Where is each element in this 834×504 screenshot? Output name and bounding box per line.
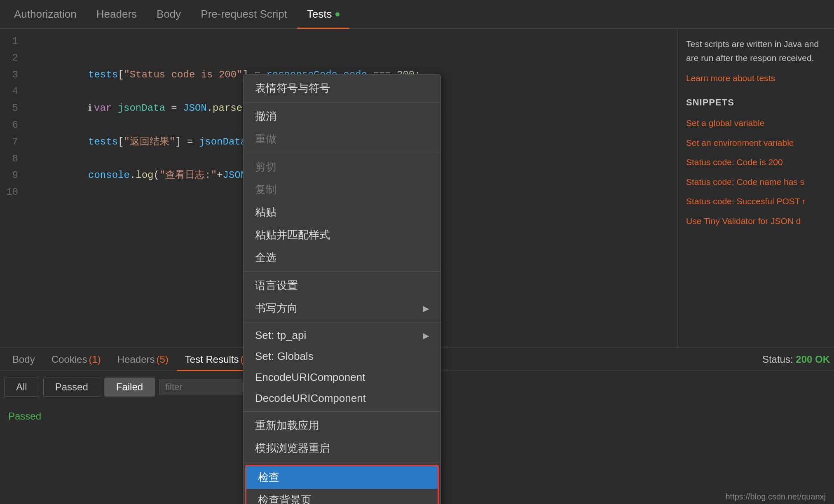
menu-item-select-all[interactable]: 全选 — [244, 246, 440, 269]
menu-item-set-tp-api[interactable]: Set: tp_api ▶ — [244, 325, 440, 346]
context-menu-overlay[interactable]: 表情符号与符号 撤消 重做 剪切 复制 粘贴 粘贴并匹配样式 全选 语言设置 — [0, 0, 834, 504]
menu-item-encode-uri[interactable]: EncodeURIComponent — [244, 367, 440, 388]
tp-api-arrow: ▶ — [423, 331, 429, 341]
menu-item-copy: 复制 — [244, 178, 440, 201]
menu-item-undo[interactable]: 撤消 — [244, 105, 440, 128]
menu-item-reload-app[interactable]: 重新加载应用 — [244, 414, 440, 437]
menu-item-cut: 剪切 — [244, 156, 440, 178]
menu-item-writing-dir[interactable]: 书写方向 ▶ — [244, 297, 440, 320]
separator-3 — [244, 271, 440, 272]
menu-item-lang[interactable]: 语言设置 — [244, 274, 440, 297]
menu-item-inspect-bg[interactable]: 检查背景页 — [246, 489, 438, 504]
menu-item-decode-uri[interactable]: DecodeURIComponent — [244, 388, 440, 409]
menu-item-set-globals[interactable]: Set: Globals — [244, 346, 440, 367]
separator-4 — [244, 322, 440, 322]
menu-item-paste-match[interactable]: 粘贴并匹配样式 — [244, 224, 440, 246]
menu-item-paste[interactable]: 粘贴 — [244, 201, 440, 224]
context-menu: 表情符号与符号 撤消 重做 剪切 复制 粘贴 粘贴并匹配样式 全选 语言设置 — [243, 74, 441, 504]
menu-item-redo: 重做 — [244, 128, 440, 150]
separator-6 — [244, 462, 440, 462]
menu-item-emoji[interactable]: 表情符号与符号 — [244, 77, 440, 100]
separator-5 — [244, 411, 440, 412]
inspect-highlight-box: 检查 检查背景页 — [245, 465, 439, 504]
menu-item-simulate-reload[interactable]: 模拟浏览器重启 — [244, 437, 440, 460]
separator-1 — [244, 102, 440, 103]
writing-dir-arrow: ▶ — [423, 303, 429, 313]
menu-item-inspect[interactable]: 检查 — [246, 466, 438, 489]
separator-2 — [244, 153, 440, 153]
